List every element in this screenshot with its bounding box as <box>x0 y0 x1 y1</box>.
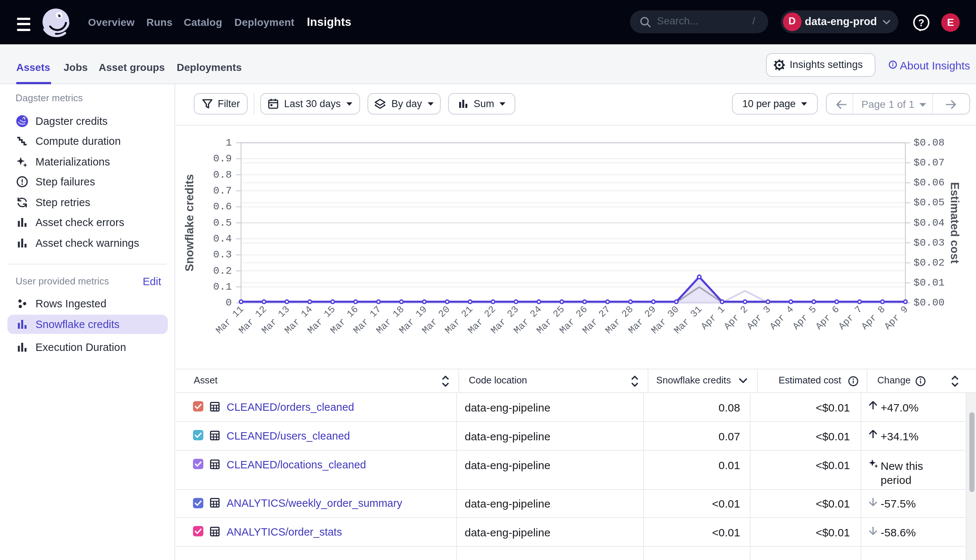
svg-text:0.4: 0.4 <box>213 233 232 245</box>
svg-text:0.6: 0.6 <box>213 201 232 212</box>
svg-text:Estimated cost: Estimated cost <box>948 182 961 264</box>
svg-text:$0.05: $0.05 <box>914 197 944 208</box>
svg-text:0: 0 <box>226 297 232 308</box>
svg-text:Snowflake credits: Snowflake credits <box>183 174 196 272</box>
svg-text:$0.07: $0.07 <box>914 157 944 168</box>
svg-text:$0.01: $0.01 <box>914 277 944 288</box>
svg-text:0.8: 0.8 <box>213 169 232 181</box>
svg-text:0.7: 0.7 <box>213 185 232 197</box>
svg-text:Apr 2: Apr 2 <box>722 303 750 332</box>
svg-text:Apr 3: Apr 3 <box>745 303 773 332</box>
svg-text:Apr 6: Apr 6 <box>813 303 841 332</box>
svg-text:$0.04: $0.04 <box>914 217 944 229</box>
svg-text:$0.08: $0.08 <box>914 137 944 148</box>
svg-text:0.5: 0.5 <box>213 217 232 229</box>
svg-text:Apr 8: Apr 8 <box>859 303 887 332</box>
svg-text:$0.03: $0.03 <box>914 237 944 248</box>
svg-text:$0.00: $0.00 <box>914 297 944 308</box>
svg-text:Apr 9: Apr 9 <box>882 303 910 332</box>
svg-text:0.1: 0.1 <box>213 281 232 293</box>
svg-text:Apr 1: Apr 1 <box>699 303 727 332</box>
svg-text:?: ? <box>918 17 924 28</box>
svg-text:Apr 4: Apr 4 <box>767 303 796 332</box>
svg-text:0.9: 0.9 <box>213 153 232 164</box>
svg-text:1: 1 <box>226 137 232 148</box>
svg-text:0.3: 0.3 <box>213 249 232 260</box>
svg-text:Apr 5: Apr 5 <box>790 303 819 332</box>
svg-text:0.2: 0.2 <box>213 265 232 277</box>
svg-text:$0.02: $0.02 <box>914 257 944 268</box>
svg-text:$0.06: $0.06 <box>914 177 944 188</box>
svg-text:Apr 7: Apr 7 <box>836 303 864 332</box>
